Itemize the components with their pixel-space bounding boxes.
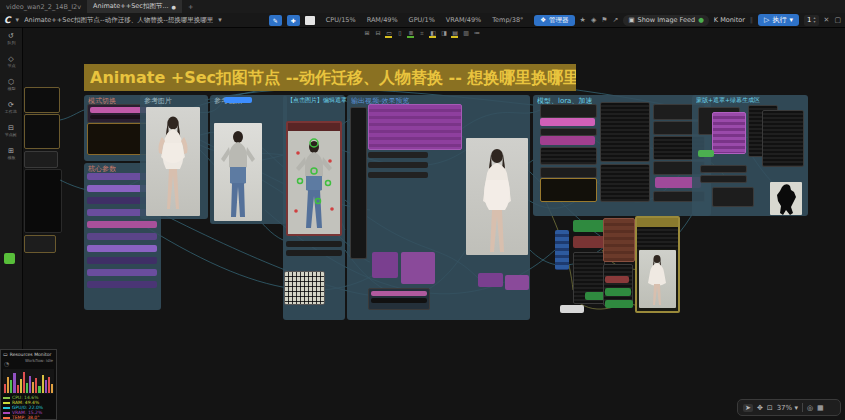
widget-row[interactable] [371,291,427,296]
align-tool-10[interactable]: ▥ [462,28,470,37]
red-node[interactable] [573,236,605,248]
widget-row[interactable] [368,162,428,168]
widget-row[interactable] [286,250,342,256]
group-model-lora[interactable]: 模型、lora、加速 [533,95,711,216]
param-slider[interactable] [87,221,157,228]
align-tool-8[interactable]: ◨ [440,28,448,37]
edit-tool-button[interactable]: ✎ [269,15,282,26]
purple-node[interactable] [401,252,435,284]
sidebar-item-templates[interactable]: ⊞模板 [0,143,22,166]
run-button[interactable]: ▷ 执行 ▾ [758,14,799,26]
sidebar-item-node-tree[interactable]: ⊟节点树 [0,120,22,143]
chevron-down-icon[interactable]: ▾ [16,17,20,24]
mask-purple-node[interactable] [712,112,746,154]
clip-node-stack[interactable] [600,164,650,202]
comfyui-logo[interactable]: C [4,15,11,25]
share-icon[interactable]: ↗ [613,17,619,24]
mask-node[interactable] [762,110,804,167]
fit-view-icon[interactable]: ⊡ [767,404,773,412]
clip-node-stack[interactable] [600,102,650,162]
offscreen-node[interactable] [24,169,62,233]
help-icon[interactable]: ◎ [807,404,813,412]
star-icon[interactable]: ★ [580,17,586,24]
purple-node[interactable] [505,275,529,290]
offscreen-node[interactable] [24,87,60,113]
tile-grid-preview-node[interactable] [284,271,325,305]
manager-button[interactable]: ❖管理器 [534,15,574,26]
workflow-group-banner[interactable]: Animate +Sec扣图节点 --动作迁移、人物替换 -- 想换哪里换哪里 [84,64,576,91]
red-widget[interactable] [605,276,629,283]
group-reference-image[interactable]: 参考图片 [140,95,208,219]
param-slider[interactable] [87,281,157,288]
purple-node[interactable] [478,273,503,287]
lora-widget[interactable] [540,118,595,126]
mask-node[interactable] [700,165,747,173]
node-header[interactable] [288,123,340,131]
align-tool-9[interactable]: ▤ [451,28,459,37]
align-tool-3[interactable]: ▭ [385,28,393,37]
align-tool-1[interactable]: ⊞ [363,28,371,37]
close-icon[interactable]: ✕ [824,17,830,24]
group-green-screen[interactable]: 蒙版+遮罩+绿幕生成区 [692,95,808,216]
group-reference-video[interactable]: 参考视频 [210,95,287,224]
mask-node[interactable] [712,187,754,207]
offscreen-node[interactable] [24,114,60,149]
align-tool-11[interactable]: ≔ [473,28,481,37]
group-title[interactable]: 蒙版+遮罩+绿幕生成区 [696,96,760,105]
zoom-level-select[interactable]: 37% ▾ [777,404,798,412]
purple-node[interactable] [372,252,398,278]
output-video-preview[interactable] [466,138,528,255]
brown-node[interactable] [603,218,635,262]
align-tool-6[interactable]: ⌗ [418,28,426,37]
blank-swatch-button[interactable] [305,16,315,25]
node-header[interactable] [637,218,678,227]
paint-tool-button[interactable]: ✚ [287,15,300,26]
group-title[interactable]: 参考图片 [144,96,172,106]
group-title[interactable]: 【点击图片】编辑遮罩 [287,96,347,105]
align-tool-4[interactable]: ▯ [396,28,404,37]
param-slider[interactable] [87,233,157,240]
badge-icon[interactable]: ◈ [591,17,596,24]
show-image-feed-toggle[interactable]: ▣ Show Image Feed ● [623,15,708,26]
green-widget[interactable] [698,150,714,157]
param-slider[interactable] [87,257,157,264]
widget-row[interactable] [368,172,428,178]
save-node[interactable] [368,288,430,310]
align-tool-2[interactable]: ⊟ [374,28,382,37]
monitor-menu-item[interactable]: K Monitor [714,16,745,24]
workflow-title[interactable]: Animate++Sec扣图节点--动作迁移、人物替换--想换哪里换哪里 [24,16,213,25]
align-tool-5[interactable]: ≣ [407,28,415,37]
reference-video-preview[interactable] [214,123,262,221]
video-combine-node[interactable] [368,104,462,150]
offscreen-node[interactable] [24,151,58,168]
note-node[interactable] [540,178,597,202]
model-node[interactable] [540,167,597,178]
chevron-down-icon[interactable]: ▾ [218,17,222,24]
blue-node-stack[interactable] [555,230,569,270]
param-slider[interactable] [87,269,157,276]
manager-status-icon[interactable] [4,253,15,264]
green-widget[interactable] [605,300,633,308]
mask-silhouette-preview[interactable] [770,182,802,215]
sidebar-item-workflows[interactable]: ⟳工作流 [0,97,22,120]
widget-row[interactable] [371,298,427,303]
offscreen-node[interactable] [24,235,56,253]
green-header-node[interactable] [573,220,605,232]
final-output-node[interactable] [635,216,680,313]
stepper-arrows-icon[interactable]: ▴▾ [813,16,815,24]
sidebar-item-queue[interactable]: ↺队列 [0,28,22,51]
pan-hand-icon[interactable]: ✥ [757,404,763,412]
window-icon[interactable]: ▢ [834,17,841,24]
white-widget[interactable] [560,305,584,313]
final-output-preview[interactable] [639,250,676,308]
align-tool-7[interactable]: ◧ [429,28,437,37]
batch-count-stepper[interactable]: 1 ▴▾ [804,15,818,26]
reference-image-preview[interactable] [146,107,200,216]
widget-row[interactable] [368,152,428,158]
tab-inactive-workflow[interactable]: video_wan2_2_14B_I2v [0,0,87,13]
side-node-column[interactable] [350,107,367,259]
model-node[interactable] [540,104,597,118]
green-widget[interactable] [605,288,631,296]
flag-icon[interactable]: ⚑ [601,17,607,24]
model-node[interactable] [540,147,597,165]
